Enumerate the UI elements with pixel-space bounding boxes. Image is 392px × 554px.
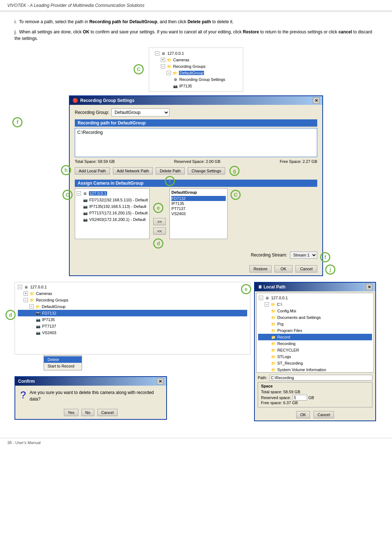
lpt-monitor-icon: 🖥 bbox=[264, 295, 270, 301]
move-right-button[interactable]: >> bbox=[153, 218, 166, 225]
bt-fd7132[interactable]: 📷 FD7132 bbox=[18, 310, 247, 316]
bt-cameras: + 📁 Cameras bbox=[18, 290, 247, 297]
right-list-pt7137[interactable]: PT7137 bbox=[171, 206, 226, 211]
recording-path-box: C:\Recording bbox=[75, 128, 317, 157]
confirm-close-button[interactable]: ✕ bbox=[157, 378, 163, 385]
add-network-path-button[interactable]: Add Network Path bbox=[113, 167, 153, 175]
lpt-folder-recording: 📁 bbox=[270, 341, 276, 346]
confirm-no-button[interactable]: No bbox=[81, 409, 94, 416]
assign-camera-4: 📷 VS2403(172.16.200.1) - Default bbox=[77, 216, 148, 223]
assign-middle: e >> << d bbox=[153, 188, 166, 249]
assign-camera-3: 📷 PT7137(172.16.200.15) - Default bbox=[77, 210, 148, 216]
recording-stream-select[interactable]: Stream 1 bbox=[290, 251, 317, 259]
instruction-i: i. To remove a path, select the path in … bbox=[15, 19, 377, 25]
instruction-list: i. To remove a path, select the path in … bbox=[15, 19, 377, 42]
annotation-d-assign: d bbox=[153, 238, 163, 249]
tree-item-ip7135[interactable]: 📷 IP7135 bbox=[155, 83, 237, 89]
recording-dialog-body: Recording Group: DefaultGroup Recording … bbox=[70, 105, 322, 262]
assign-section-header: Assign Camera in DefaultGroup bbox=[75, 180, 317, 187]
confirm-yes-button[interactable]: Yes bbox=[64, 409, 78, 416]
path-label: Path: bbox=[258, 376, 267, 380]
top-tree: − 🖥 127.0.0.1 + 📁 Cameras bbox=[149, 48, 243, 92]
lpt-stlogs: 📁 STLogs bbox=[258, 353, 372, 360]
local-path-cancel-button[interactable]: Cancel bbox=[314, 411, 334, 418]
local-path-titlebar: 🖥 Local Path ✕ bbox=[255, 283, 375, 291]
free-space-label: Free space: 6.37 GB bbox=[261, 401, 298, 405]
folder-icon-3: 📁 bbox=[172, 70, 178, 76]
space-section-title: Space bbox=[261, 384, 369, 388]
assign-cam-icon-2: 📷 bbox=[82, 204, 88, 209]
change-settings-button[interactable]: Change Settings bbox=[188, 167, 225, 175]
right-list-ip7135[interactable]: IP7135 bbox=[171, 201, 226, 206]
reserved-label: Reserved space: bbox=[261, 395, 291, 400]
assign-cam-icon-4: 📷 bbox=[82, 217, 88, 222]
recording-dialog-title: Recording Group Settings bbox=[80, 98, 134, 103]
lpt-prg: 📁 Prg bbox=[258, 321, 372, 327]
bt-cam-ip7135: 📷 bbox=[35, 317, 41, 323]
context-menu: Delete Start to Record bbox=[44, 355, 82, 370]
lpt-record[interactable]: 📁 Record bbox=[258, 334, 372, 340]
page-wrapper: VIVOTEK - A Leading Provider of Multimed… bbox=[0, 0, 392, 447]
assign-left-tree: − 🖥 127.0.0.1 📷 FD7132(192.168.5.110) - bbox=[75, 188, 150, 239]
annotation-e-assign: e bbox=[153, 203, 163, 213]
folder-icon-2: 📁 bbox=[166, 63, 172, 69]
move-left-button[interactable]: << bbox=[153, 227, 166, 235]
restore-button[interactable]: Restore bbox=[249, 265, 271, 272]
tree-item-defaultgroup[interactable]: − 📁 DefaultGroup bbox=[155, 70, 237, 76]
bt-recording-groups: − 📁 Recording Groups bbox=[18, 297, 247, 303]
header-title: VIVOTEK - A Leading Provider of Multimed… bbox=[7, 3, 144, 8]
annotation-c-assign: C bbox=[62, 190, 73, 200]
local-path-ok-button[interactable]: OK bbox=[296, 411, 310, 418]
assign-camera-1: 📷 FD7132(192.168.5.110) - Default bbox=[77, 197, 148, 203]
lpt-folder-recycler: 📁 bbox=[270, 347, 276, 353]
bt-defaultgroup: − 📁 DefaultGroup bbox=[18, 303, 247, 310]
right-list-fd7132[interactable]: FD7132 bbox=[171, 196, 226, 201]
assign-cam-icon-3: 📷 bbox=[82, 210, 88, 216]
total-space-label: Total space: 58.59 GB bbox=[261, 390, 300, 394]
recording-path-value: C:\Recording bbox=[77, 130, 315, 135]
local-path-footer: OK Cancel bbox=[256, 409, 374, 420]
recording-path-section-header: Recording path for DefaultGroup bbox=[75, 119, 317, 127]
tree-item-rg-settings[interactable]: ⚙ Recording Group Settings bbox=[155, 76, 237, 83]
assign-camera-2: 📷 IP7135(192.168.5.113) - Default bbox=[77, 203, 148, 210]
close-button[interactable]: ✕ bbox=[313, 97, 319, 104]
context-menu-start-record[interactable]: Start to Record bbox=[44, 363, 82, 369]
cancel-button[interactable]: Cancel bbox=[295, 265, 317, 272]
assign-right-list: DefaultGroup FD7132 IP7135 PT7137 VS2403 bbox=[170, 188, 228, 239]
reserved-row: Reserved space: GB bbox=[261, 395, 369, 401]
confirm-body: ? Are you sure you want to delete this c… bbox=[15, 386, 166, 406]
context-menu-delete[interactable]: Delete bbox=[44, 356, 82, 363]
recording-dialog-titlebar: 🔴 Recording Group Settings ✕ bbox=[70, 96, 322, 105]
lpt-docs: 📁 Documents and Settings bbox=[258, 314, 372, 321]
recording-stream-label: Recording Stream: bbox=[251, 253, 287, 258]
bt-cam-pt7137: 📷 bbox=[35, 323, 41, 329]
lpt-folder-str: 📁 bbox=[270, 360, 276, 366]
lpt-sysvolinfo: 📁 System Volume Information bbox=[258, 366, 372, 373]
annotation-f-right: f bbox=[320, 252, 330, 262]
right-list-vs2403[interactable]: VS2403 bbox=[171, 211, 226, 216]
recording-group-select[interactable]: DefaultGroup bbox=[111, 108, 170, 116]
space-info: Total Space: 58.59 GB Reserved Space: 2.… bbox=[75, 159, 317, 164]
local-path-close[interactable]: ✕ bbox=[366, 284, 372, 290]
assign-monitor-icon: 🖥 bbox=[82, 190, 88, 196]
recording-group-label: Recording Group: bbox=[75, 110, 109, 115]
settings-icon: ⚙ bbox=[172, 77, 178, 82]
bottom-left: − 🖥 127.0.0.1 + 📁 Cameras − bbox=[15, 282, 250, 423]
recording-title-icon: 🔴 bbox=[73, 98, 78, 103]
camera-icon: 📷 bbox=[172, 83, 178, 89]
assign-camera-section: Assign Camera in DefaultGroup C − 🖥 bbox=[75, 180, 317, 259]
reserved-input[interactable] bbox=[293, 395, 307, 401]
lpt-recording: 📁 Recording bbox=[258, 340, 372, 347]
lpt-program-files: 📁 Program Files bbox=[258, 327, 372, 334]
confirm-cancel-button[interactable]: Cancel bbox=[97, 409, 118, 416]
annotation-e-local: e bbox=[241, 284, 251, 294]
annotation-c-right: C bbox=[230, 190, 241, 200]
delete-path-button[interactable]: Delete Path bbox=[156, 167, 184, 175]
lpt-folder-docs: 📁 bbox=[270, 315, 276, 320]
add-local-path-button[interactable]: Add Local Path bbox=[75, 167, 110, 175]
bt-vs2403: 📷 VS2403 bbox=[18, 329, 247, 336]
ok-button[interactable]: OK bbox=[274, 265, 293, 272]
lpt-folder-c: 📁 bbox=[270, 301, 276, 307]
path-input[interactable] bbox=[269, 375, 372, 381]
lpt-folder-record: 📁 bbox=[270, 334, 276, 340]
